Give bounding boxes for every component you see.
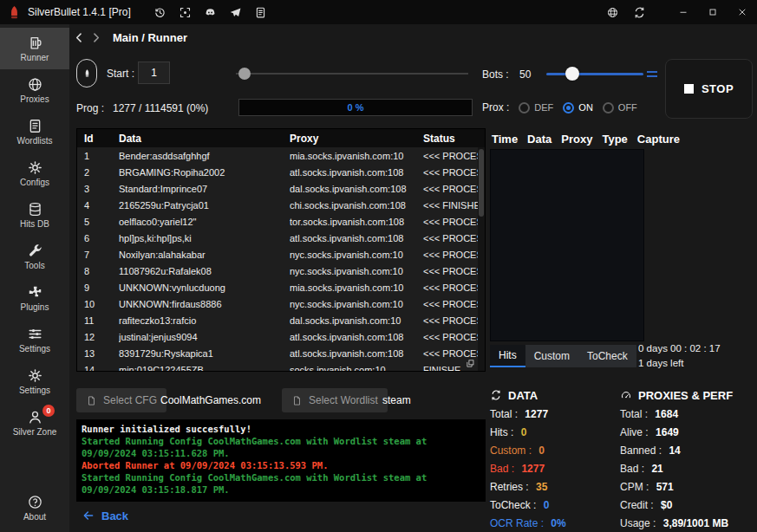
cell-id: 13 bbox=[77, 348, 119, 359]
column-header[interactable]: Data bbox=[527, 133, 551, 146]
close-icon[interactable] bbox=[728, 0, 757, 24]
table-row[interactable]: 11 rafiteczko13:rafcio dal.socks.ipvanis… bbox=[77, 312, 478, 328]
resize-corner-icon[interactable] bbox=[466, 359, 475, 368]
cell-status: <<< PROCES bbox=[423, 167, 478, 178]
sync-icon[interactable] bbox=[633, 6, 646, 19]
panel-title: DATA bbox=[508, 389, 538, 402]
titlebar: SilverBullet 1.4.1 [Pro] bbox=[0, 0, 757, 24]
column-header[interactable]: Id bbox=[77, 133, 119, 145]
table-row[interactable]: 12 justinal:jenjus9094 atl.socks.ipvanis… bbox=[77, 328, 478, 345]
scrollbar-thumb[interactable] bbox=[479, 149, 484, 217]
sidebar-item-about[interactable]: About bbox=[0, 487, 69, 529]
cell-proxy: nyc.socks.ipvanish.com:10 bbox=[290, 266, 423, 276]
chevron-left-icon[interactable] bbox=[73, 31, 86, 44]
sidebar-item-runner[interactable]: Runner bbox=[0, 28, 69, 69]
cell-id: 6 bbox=[77, 233, 119, 243]
log-line: Started Running Config CoolMathGames.com… bbox=[82, 471, 480, 496]
log-console: Runner initialized succesfully! Started … bbox=[76, 419, 486, 502]
chevron-right-icon[interactable] bbox=[89, 31, 102, 44]
data-panel-header: DATA bbox=[490, 385, 620, 405]
question-icon bbox=[27, 494, 43, 510]
start-input[interactable] bbox=[138, 62, 170, 84]
column-header[interactable]: Type bbox=[602, 133, 627, 146]
table-row[interactable]: 1 Bender:asddsafghhgf mia.socks.ipvanish… bbox=[77, 147, 478, 164]
stat-banned: Banned : 14 bbox=[620, 442, 757, 460]
prox-option-off[interactable]: OFF bbox=[603, 102, 637, 114]
column-header[interactable]: Data bbox=[119, 133, 290, 145]
sidebar-item-label: Plugins bbox=[21, 303, 49, 312]
scrollbar[interactable] bbox=[478, 147, 485, 371]
tab-hits[interactable]: Hits bbox=[490, 345, 525, 367]
table-row[interactable]: 3 Standard:Imprince07 dal.socks.ipvanish… bbox=[77, 180, 478, 197]
table-row[interactable]: 14 min:019C122455ZB socks.ipvanish.com:1… bbox=[77, 361, 478, 371]
back-button[interactable]: Back bbox=[82, 509, 128, 522]
column-header[interactable]: Proxy bbox=[561, 133, 592, 146]
cell-status: <<< PROCES bbox=[423, 250, 478, 260]
slider-knob[interactable] bbox=[565, 67, 579, 81]
table-row[interactable]: 2 BRGAMING:Ropiha2002 atl.socks.ipvanish… bbox=[77, 164, 478, 180]
cell-data: 11087962u:Rafalek08 bbox=[119, 266, 290, 276]
table-row[interactable]: 10 UNKNOWN:firdaus8886 nyc.socks.ipvanis… bbox=[77, 295, 478, 312]
stat-alive: Alive : 1649 bbox=[620, 424, 757, 442]
breadcrumb: Main / Runner bbox=[73, 26, 187, 49]
sidebar-item-wordlists[interactable]: Wordlists bbox=[0, 111, 69, 152]
sidebar-item-proxies[interactable]: Proxies bbox=[0, 69, 69, 111]
table-row[interactable]: 4 2165259u:Patrycja01 chi.socks.ipvanish… bbox=[77, 197, 478, 213]
discord-icon[interactable] bbox=[204, 6, 217, 19]
column-header[interactable]: Proxy bbox=[290, 133, 423, 145]
table-row[interactable]: 7 Noxilyan:alahakabar nyc.socks.ipvanish… bbox=[77, 246, 478, 263]
maximize-icon[interactable] bbox=[698, 0, 728, 24]
bots-label: Bots : bbox=[482, 68, 509, 81]
titlebar-menu bbox=[153, 6, 267, 19]
table-row[interactable]: 8 11087962u:Rafalek08 nyc.socks.ipvanish… bbox=[77, 263, 478, 279]
cell-proxy: dal.socks.ipvanish.com:108 bbox=[290, 184, 423, 194]
bots-slider[interactable] bbox=[546, 67, 643, 81]
table-row[interactable]: 9 UNKNOWN:vynlucduong mia.socks.ipvanish… bbox=[77, 279, 478, 295]
sidebar-item-tools[interactable]: Tools bbox=[0, 236, 69, 277]
sidebar-item-label: Proxies bbox=[20, 95, 49, 104]
select-cfg-button[interactable]: Select CFG bbox=[76, 388, 166, 412]
start-slider[interactable] bbox=[236, 67, 468, 81]
history-icon[interactable] bbox=[153, 6, 166, 19]
table-row[interactable]: 6 hpl]ps,ki:hpl]ps,ki atl.socks.ipvanish… bbox=[77, 230, 478, 246]
results-table-header: Id Data Proxy Status bbox=[77, 129, 485, 147]
column-header[interactable]: Status bbox=[423, 133, 485, 145]
gauge-icon[interactable] bbox=[620, 389, 632, 401]
prox-option-def[interactable]: DEF bbox=[519, 102, 553, 114]
sidebar-item-silver-zone[interactable]: 0 Silver Zone bbox=[0, 402, 69, 444]
cell-data: Bender:asddsafghhgf bbox=[119, 151, 290, 161]
refresh-icon[interactable] bbox=[490, 389, 502, 401]
cell-proxy: nyc.socks.ipvanish.com:10 bbox=[290, 299, 423, 309]
cell-data: UNKNOWN:firdaus8886 bbox=[119, 299, 290, 309]
notes-icon[interactable] bbox=[254, 6, 267, 19]
slider-knob[interactable] bbox=[238, 68, 251, 80]
column-header[interactable]: Time bbox=[492, 133, 518, 146]
capture-icon[interactable] bbox=[179, 6, 192, 19]
tab-tocheck[interactable]: ToCheck bbox=[578, 345, 636, 367]
hits-table-body bbox=[490, 149, 644, 341]
web-icon[interactable] bbox=[606, 6, 619, 19]
progress-label: Prog : 1277 / 1114591 (0%) bbox=[76, 102, 208, 114]
table-row[interactable]: 5 oelflaco0:yariel12" tor.socks.ipvanish… bbox=[77, 213, 478, 230]
sidebar-item-hits-db[interactable]: Hits DB bbox=[0, 194, 69, 236]
cell-data: BRGAMING:Ropiha2002 bbox=[119, 167, 290, 178]
puzzle-icon bbox=[27, 284, 43, 301]
ammo-button[interactable] bbox=[76, 59, 97, 88]
sidebar-item-configs[interactable]: Configs bbox=[0, 152, 69, 194]
stop-button[interactable]: STOP bbox=[665, 59, 753, 119]
sidebar-item-settings[interactable]: Settings bbox=[0, 360, 69, 402]
hits-tabs: Hits Custom ToCheck bbox=[490, 345, 636, 367]
sidebar-item-settings[interactable]: Settings bbox=[0, 319, 69, 360]
cell-status: <<< FINISHE bbox=[423, 200, 478, 211]
sidebar-item-plugins[interactable]: Plugins bbox=[0, 277, 69, 319]
cell-id: 5 bbox=[77, 217, 119, 227]
telegram-icon[interactable] bbox=[229, 6, 242, 19]
prox-option-on[interactable]: ON bbox=[563, 102, 593, 114]
tab-custom[interactable]: Custom bbox=[525, 345, 578, 367]
minimize-icon[interactable] bbox=[669, 0, 698, 24]
cell-status: <<< PROCES bbox=[423, 348, 478, 359]
select-wordlist-button[interactable]: Select Wordlist bbox=[282, 388, 388, 412]
cell-data: 8391729u:Ryskapica1 bbox=[119, 348, 290, 359]
column-header[interactable]: Capture bbox=[637, 133, 680, 146]
table-row[interactable]: 13 8391729u:Ryskapica1 atl.socks.ipvanis… bbox=[77, 345, 478, 361]
